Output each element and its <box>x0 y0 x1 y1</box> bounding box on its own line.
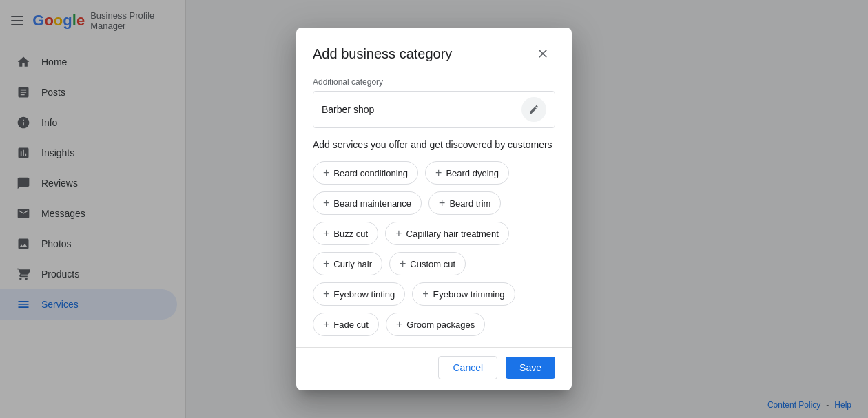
plus-icon: + <box>435 167 442 178</box>
plus-icon: + <box>323 198 329 209</box>
service-chip-beard-trim[interactable]: +Beard trim <box>428 191 501 215</box>
plus-icon: + <box>396 319 402 330</box>
service-chip-groom-packages[interactable]: +Groom packages <box>386 313 485 336</box>
plus-icon: + <box>395 228 402 239</box>
service-chip-label: Beard maintenance <box>333 198 411 209</box>
service-chip-curly-hair[interactable]: +Curly hair <box>313 252 382 275</box>
cancel-button[interactable]: Cancel <box>438 356 497 379</box>
modal-footer: Cancel Save <box>296 347 572 390</box>
service-chip-label: Curly hair <box>333 259 372 269</box>
service-chip-label: Groom packages <box>406 320 475 330</box>
plus-icon: + <box>323 258 329 269</box>
service-chip-label: Buzz cut <box>333 229 368 239</box>
service-chip-capillary-hair-treatment[interactable]: +Capillary hair treatment <box>385 222 509 245</box>
service-chip-label: Beard dyeing <box>446 168 499 178</box>
service-chip-buzz-cut[interactable]: +Buzz cut <box>313 222 378 245</box>
services-grid: +Beard conditioning+Beard dyeing+Beard m… <box>313 161 555 347</box>
service-chip-label: Fade cut <box>333 320 369 330</box>
plus-icon: + <box>400 258 406 269</box>
service-chip-beard-dyeing[interactable]: +Beard dyeing <box>425 161 509 185</box>
service-chip-eyebrow-tinting[interactable]: +Eyebrow tinting <box>313 282 405 306</box>
plus-icon: + <box>439 198 445 209</box>
modal-body: Additional category Barber shop Add serv… <box>296 77 572 347</box>
service-chip-label: Eyebrow tinting <box>333 289 395 300</box>
plus-icon: + <box>323 228 329 239</box>
plus-icon: + <box>323 319 329 330</box>
plus-icon: + <box>323 167 329 178</box>
service-chip-eyebrow-trimming[interactable]: +Eyebrow trimming <box>412 282 515 306</box>
service-chip-beard-conditioning[interactable]: +Beard conditioning <box>313 161 418 185</box>
category-input[interactable]: Barber shop <box>322 104 521 115</box>
save-button[interactable]: Save <box>506 357 555 379</box>
service-chip-label: Beard conditioning <box>333 168 408 178</box>
category-input-wrapper: Barber shop <box>313 91 555 128</box>
field-label: Additional category <box>313 77 555 87</box>
service-chip-label: Custom cut <box>410 259 455 269</box>
services-description: Add services you offer and get discovere… <box>313 139 555 150</box>
service-chip-label: Eyebrow trimming <box>433 289 505 300</box>
service-chip-custom-cut[interactable]: +Custom cut <box>389 252 466 275</box>
plus-icon: + <box>323 289 329 300</box>
close-button[interactable] <box>530 41 555 66</box>
modal-title: Add business category <box>313 46 452 62</box>
service-chip-label: Beard trim <box>449 198 490 209</box>
modal-header: Add business category <box>296 28 572 77</box>
service-chip-label: Capillary hair treatment <box>406 229 499 239</box>
service-chip-fade-cut[interactable]: +Fade cut <box>313 313 379 336</box>
modal-overlay: Add business category Additional categor… <box>0 0 868 418</box>
add-category-modal: Add business category Additional categor… <box>296 28 572 390</box>
edit-button[interactable] <box>521 97 546 122</box>
plus-icon: + <box>422 289 428 300</box>
service-chip-beard-maintenance[interactable]: +Beard maintenance <box>313 191 422 215</box>
